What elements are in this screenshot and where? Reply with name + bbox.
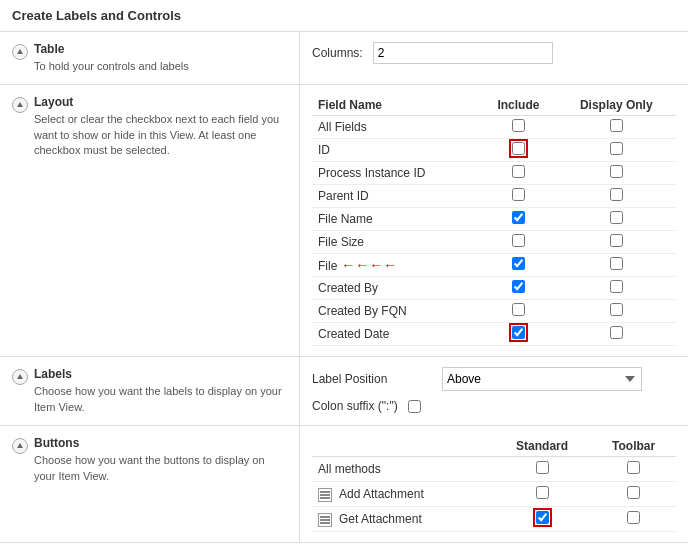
field-name-cell: File ←←←← (312, 254, 480, 277)
include-checkbox[interactable] (512, 211, 525, 224)
layout-field-row: Created By (312, 277, 676, 300)
label-position-row: Label Position AboveLeftRightNone (312, 367, 676, 391)
buttons-description: Choose how you want the buttons to displ… (34, 453, 287, 484)
display-only-cell (557, 254, 676, 277)
layout-section: Layout Select or clear the checkbox next… (0, 85, 688, 357)
standard-checkbox[interactable] (536, 461, 549, 474)
col-toolbar: Toolbar (591, 436, 676, 457)
display-only-cell (557, 185, 676, 208)
include-cell (480, 277, 556, 300)
buttons-section-left: Buttons Choose how you want the buttons … (0, 426, 300, 542)
columns-label: Columns: (312, 46, 363, 60)
method-label: Add Attachment (339, 487, 424, 501)
layout-title: Layout (34, 95, 287, 109)
field-name-cell: File Size (312, 231, 480, 254)
include-checkbox[interactable] (512, 234, 525, 247)
display-only-checkbox[interactable] (610, 303, 623, 316)
include-checkbox[interactable] (512, 303, 525, 316)
layout-field-row: File ←←←← (312, 254, 676, 277)
include-cell (480, 231, 556, 254)
labels-section: Labels Choose how you want the labels to… (0, 357, 688, 426)
layout-field-row: All Fields (312, 116, 676, 139)
display-only-checkbox[interactable] (610, 234, 623, 247)
display-only-checkbox[interactable] (610, 326, 623, 339)
labels-section-left: Labels Choose how you want the labels to… (0, 357, 300, 425)
toolbar-checkbox[interactable] (627, 511, 640, 524)
labels-collapse-arrow[interactable] (12, 369, 28, 385)
display-only-cell (557, 116, 676, 139)
buttons-section-info: Buttons Choose how you want the buttons … (34, 436, 287, 484)
display-only-checkbox[interactable] (610, 142, 623, 155)
toolbar-cell (591, 507, 676, 532)
table-section-info: Table To hold your controls and labels (34, 42, 189, 74)
label-position-select[interactable]: AboveLeftRightNone (442, 367, 642, 391)
include-cell (480, 116, 556, 139)
standard-cell (493, 457, 591, 482)
method-icon (318, 487, 335, 501)
labels-section-right: Label Position AboveLeftRightNone Colon … (300, 357, 688, 425)
include-checkbox[interactable] (512, 188, 525, 201)
field-name-cell: Created By FQN (312, 300, 480, 323)
buttons-methods-table: Standard Toolbar All methodsAdd Attachme… (312, 436, 676, 532)
table-section-left: Table To hold your controls and labels (0, 32, 300, 84)
field-name-cell: ID (312, 139, 480, 162)
include-checkbox[interactable] (512, 326, 525, 339)
buttons-collapse-arrow[interactable] (12, 438, 28, 454)
include-checkbox[interactable] (512, 119, 525, 132)
labels-title: Labels (34, 367, 287, 381)
buttons-title: Buttons (34, 436, 287, 450)
labels-section-info: Labels Choose how you want the labels to… (34, 367, 287, 415)
layout-collapse-arrow[interactable] (12, 97, 28, 113)
standard-checkbox[interactable] (536, 486, 549, 499)
field-name-cell: All Fields (312, 116, 480, 139)
include-checkbox[interactable] (512, 165, 525, 178)
include-checkbox[interactable] (512, 142, 525, 155)
standard-checkbox[interactable] (536, 511, 549, 524)
table-title: Table (34, 42, 189, 56)
display-only-checkbox[interactable] (610, 280, 623, 293)
method-name-cell: All methods (312, 457, 493, 482)
field-name-cell: Created Date (312, 323, 480, 346)
col-method (312, 436, 493, 457)
layout-field-row: Created By FQN (312, 300, 676, 323)
method-icon (318, 512, 335, 526)
colon-suffix-row: Colon suffix (":") (312, 399, 676, 413)
standard-cell (493, 482, 591, 507)
display-only-cell (557, 300, 676, 323)
method-label: Get Attachment (339, 512, 422, 526)
display-only-checkbox[interactable] (610, 119, 623, 132)
field-name-cell: Process Instance ID (312, 162, 480, 185)
layout-field-row: Parent ID (312, 185, 676, 208)
method-label: All methods (318, 462, 381, 476)
include-checkbox[interactable] (512, 280, 525, 293)
field-name-cell: Created By (312, 277, 480, 300)
colon-checkbox[interactable] (408, 400, 421, 413)
buttons-section: Buttons Choose how you want the buttons … (0, 426, 688, 543)
button-method-row: All methods (312, 457, 676, 482)
display-only-cell (557, 139, 676, 162)
method-name-cell: Add Attachment (312, 482, 493, 507)
table-collapse-arrow[interactable] (12, 44, 28, 60)
display-only-checkbox[interactable] (610, 257, 623, 270)
labels-controls: Label Position AboveLeftRightNone Colon … (312, 367, 676, 413)
layout-section-left: Layout Select or clear the checkbox next… (0, 85, 300, 356)
buttons-section-right: Standard Toolbar All methodsAdd Attachme… (300, 426, 688, 542)
include-cell (480, 254, 556, 277)
layout-section-right: Field Name Include Display Only All Fiel… (300, 85, 688, 356)
table-section-right: Columns: (300, 32, 688, 84)
columns-input[interactable] (373, 42, 553, 64)
display-only-checkbox[interactable] (610, 211, 623, 224)
colon-label: Colon suffix (":") (312, 399, 398, 413)
toolbar-checkbox[interactable] (627, 461, 640, 474)
layout-field-row: File Size (312, 231, 676, 254)
table-description: To hold your controls and labels (34, 59, 189, 74)
include-cell (480, 208, 556, 231)
table-section: Table To hold your controls and labels C… (0, 32, 688, 85)
col-field-name: Field Name (312, 95, 480, 116)
include-checkbox[interactable] (512, 257, 525, 270)
toolbar-checkbox[interactable] (627, 486, 640, 499)
display-only-checkbox[interactable] (610, 165, 623, 178)
display-only-checkbox[interactable] (610, 188, 623, 201)
include-cell (480, 185, 556, 208)
display-only-cell (557, 208, 676, 231)
